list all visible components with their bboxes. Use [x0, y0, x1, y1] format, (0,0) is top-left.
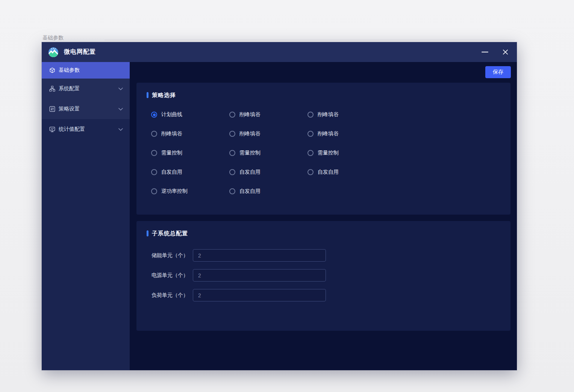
radio-icon[interactable]: [307, 169, 314, 175]
window-titlebar[interactable]: 微电网配置: [42, 42, 517, 62]
radio-icon[interactable]: [151, 188, 157, 194]
radio-option-label: 削峰填谷: [239, 130, 260, 137]
radio-option-label: 需量控制: [318, 150, 339, 156]
sidebar-item-strategy-settings[interactable]: 策略设置: [42, 99, 130, 119]
radio-icon[interactable]: [229, 188, 235, 194]
radio-option-label: 自发自用: [239, 169, 260, 176]
radio-option[interactable]: 计划曲线: [151, 110, 229, 119]
field-row: 电源单元（个）: [136, 269, 510, 282]
field-label: 储能单元（个）: [151, 252, 188, 259]
radio-icon[interactable]: [307, 131, 314, 137]
sidebar-group: 系统配置 策略设置: [42, 79, 130, 119]
radio-icon[interactable]: [229, 169, 235, 175]
unit-count-input[interactable]: [193, 249, 326, 262]
microgrid-config-window: 微电网配置 基础参数: [42, 42, 517, 370]
cube-icon: [49, 67, 55, 73]
radio-option-label: 自发自用: [318, 169, 339, 176]
radio-icon[interactable]: [229, 112, 235, 118]
radio-icon[interactable]: [307, 150, 314, 156]
radio-option[interactable]: 自发自用: [151, 168, 229, 177]
save-button[interactable]: 保存: [485, 66, 511, 78]
radio-selected-icon[interactable]: [151, 112, 157, 118]
chevron-down-icon: [118, 128, 123, 131]
radio-option[interactable]: 削峰填谷: [307, 129, 386, 138]
close-icon[interactable]: [502, 49, 509, 56]
panel-header: 子系统总配置: [136, 221, 510, 237]
radio-option-label: 计划曲线: [161, 111, 182, 118]
radio-icon[interactable]: [229, 150, 235, 156]
chevron-down-icon: [118, 108, 123, 110]
background-tab-divider: [105, 40, 515, 40]
panel-title: 策略选择: [152, 92, 176, 99]
radio-icon[interactable]: [229, 131, 235, 137]
radio-option-label: 削峰填谷: [318, 111, 339, 118]
radio-option[interactable]: 削峰填谷: [229, 129, 307, 138]
field-label: 负荷单元（个）: [151, 292, 188, 299]
radio-option-label: 削峰填谷: [239, 111, 260, 118]
sidebar-item-statistics-config[interactable]: 统计值配置: [42, 119, 130, 139]
panel-header: 策略选择: [136, 83, 510, 98]
sitemap-icon: [49, 86, 55, 92]
radio-icon[interactable]: [151, 131, 157, 137]
subsystem-config-panel: 子系统总配置 储能单元（个）电源单元（个）负荷单元（个）: [136, 221, 510, 331]
radio-option[interactable]: 逆功率控制: [151, 187, 229, 196]
radio-option[interactable]: 自发自用: [307, 168, 386, 177]
field-row: 负荷单元（个）: [136, 289, 510, 301]
minimize-icon[interactable]: [482, 49, 488, 56]
sliders-icon: [49, 106, 55, 112]
radio-option[interactable]: 自发自用: [229, 168, 307, 177]
unit-count-input[interactable]: [193, 269, 326, 282]
accent-bar-icon: [147, 230, 148, 236]
sidebar-item-basic-params[interactable]: 基础参数: [42, 62, 130, 79]
radio-option[interactable]: 削峰填谷: [229, 110, 307, 119]
sidebar-item-system-config[interactable]: 系统配置: [42, 79, 130, 99]
sidebar: 基础参数 系统配置: [42, 62, 130, 370]
radio-option-label: 自发自用: [161, 169, 182, 176]
strategy-selection-panel: 策略选择 计划曲线削峰填谷削峰填谷削峰填谷削峰填谷削峰填谷需量控制需量控制需量控…: [136, 83, 510, 215]
radio-option[interactable]: 需量控制: [229, 148, 307, 157]
chevron-down-icon: [118, 88, 123, 90]
subsystem-fields: 储能单元（个）电源单元（个）负荷单元（个）: [136, 249, 510, 301]
sidebar-item-label: 统计值配置: [59, 126, 85, 133]
radio-icon[interactable]: [151, 150, 157, 156]
sidebar-item-label: 系统配置: [59, 85, 80, 92]
strategy-options-grid: 计划曲线削峰填谷削峰填谷削峰填谷削峰填谷削峰填谷需量控制需量控制需量控制自发自用…: [151, 110, 510, 196]
field-row: 储能单元（个）: [136, 249, 510, 262]
radio-option-label: 需量控制: [161, 150, 182, 156]
radio-option-label: 需量控制: [239, 150, 260, 156]
radio-option[interactable]: 自发自用: [229, 187, 307, 196]
field-label: 电源单元（个）: [151, 272, 188, 279]
mountain-logo-icon: [48, 47, 59, 58]
radio-icon[interactable]: [151, 169, 157, 175]
radio-option[interactable]: 削峰填谷: [151, 129, 229, 138]
content-area: 保存 策略选择 计划曲线削峰填谷削峰填谷削峰填谷削峰填谷削峰填谷需量控制需量控制…: [130, 62, 517, 370]
radio-option[interactable]: 需量控制: [307, 148, 386, 157]
radio-option-label: 自发自用: [239, 188, 260, 195]
radio-option-label: 削峰填谷: [318, 130, 339, 137]
background-tab-label: 基础参数: [42, 35, 64, 41]
radio-option-label: 逆功率控制: [161, 188, 188, 195]
radio-option[interactable]: 削峰填谷: [307, 110, 386, 119]
radio-option[interactable]: 需量控制: [151, 148, 229, 157]
monitor-icon: [49, 126, 55, 132]
window-title: 微电网配置: [64, 48, 96, 56]
radio-icon[interactable]: [307, 112, 314, 118]
unit-count-input[interactable]: [193, 289, 326, 301]
accent-bar-icon: [147, 92, 148, 98]
radio-option-label: 削峰填谷: [161, 130, 182, 137]
page: 基础参数 微电网配置: [0, 0, 574, 392]
panel-title: 子系统总配置: [152, 230, 188, 237]
radio-dot: [153, 114, 156, 116]
sidebar-item-label: 策略设置: [59, 106, 80, 112]
sidebar-item-label: 基础参数: [59, 67, 80, 74]
